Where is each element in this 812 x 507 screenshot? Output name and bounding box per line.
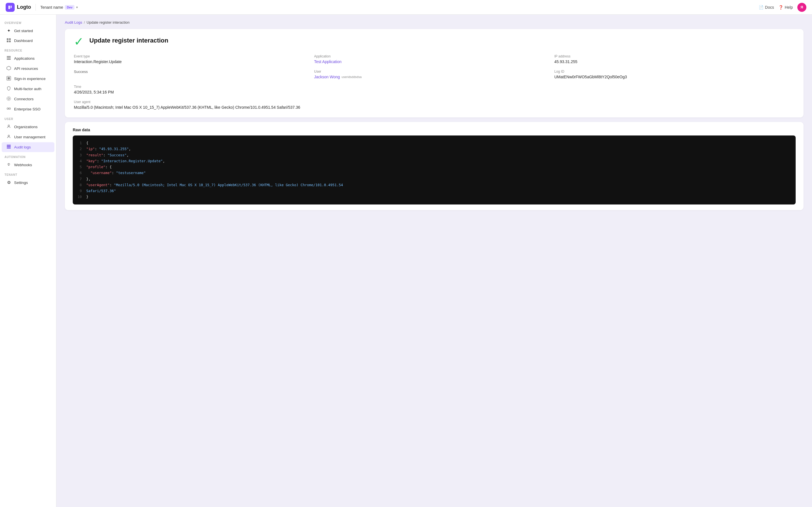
get-started-icon: ✦ — [6, 28, 11, 33]
sidebar-section-tenant: TENANT ⚙ Settings — [0, 171, 56, 187]
user-management-icon — [6, 134, 11, 140]
svg-point-17 — [8, 135, 10, 136]
user-name-link[interactable]: Jackson Wong — [314, 75, 340, 79]
code-line-5: 5 "profile": { — [77, 164, 791, 170]
connectors-icon — [6, 96, 11, 102]
code-line-2: 2 "ip": "45.93.31.255", — [77, 146, 791, 152]
sidebar-item-audit-logs[interactable]: Audit logs — [2, 142, 54, 152]
svg-rect-0 — [6, 3, 15, 12]
api-resources-icon — [6, 66, 11, 71]
log-id-value: UMatENw0rFWO5aGbMl8tY2Qol50eOg3 — [554, 75, 795, 79]
help-button[interactable]: ❓ Help — [778, 5, 793, 10]
topbar: Logto Tenant name Dev ▾ 📄 Docs ❓ Help Я — [0, 0, 812, 15]
event-detail-card: ✓ Update register interaction Event type… — [65, 29, 804, 117]
detail-user: User Jackson Wong useridsddsdsa — [314, 69, 554, 79]
svg-point-12 — [7, 97, 11, 101]
sidebar-label-settings: Settings — [14, 180, 28, 185]
sidebar-item-api-resources[interactable]: API resources — [2, 64, 54, 73]
user-value-area: Jackson Wong useridsddsdsa — [314, 75, 554, 79]
help-label: Help — [784, 5, 793, 10]
sidebar-section-automation: AUTOMATION Webhooks — [0, 153, 56, 170]
detail-event-type: Event type Interaction.Register.Update — [74, 54, 314, 64]
sign-in-experience-icon — [6, 76, 11, 81]
sidebar-item-enterprise-sso[interactable]: Enterprise SSO — [2, 104, 54, 114]
sidebar-label-applications: Applications — [14, 56, 35, 61]
sidebar-item-applications[interactable]: Applications — [2, 54, 54, 63]
svg-rect-3 — [7, 41, 8, 42]
multi-factor-auth-icon — [6, 86, 11, 92]
sidebar-label-dashboard: Dashboard — [14, 39, 33, 43]
svg-rect-13 — [7, 108, 8, 109]
topbar-divider — [36, 4, 36, 11]
sidebar-item-dashboard[interactable]: Dashboard — [2, 36, 54, 46]
sidebar-item-settings[interactable]: ⚙ Settings — [2, 178, 54, 187]
user-agent-value: Mozilla/5.0 (Macintosh; Intel Mac OS X 1… — [74, 105, 795, 110]
event-type-value: Interaction.Register.Update — [74, 59, 314, 64]
help-icon: ❓ — [778, 5, 783, 10]
sidebar-item-get-started[interactable]: ✦ Get started — [2, 26, 54, 36]
svg-point-11 — [8, 98, 10, 100]
event-title: Update register interaction — [89, 37, 168, 44]
docs-icon: 📄 — [759, 5, 763, 10]
sidebar-section-label-user: USER — [0, 115, 56, 122]
sidebar-label-organizations: Organizations — [14, 125, 38, 129]
detail-application: Application Test Application — [314, 54, 554, 64]
detail-ip-address: IP address 45.93.31.255 — [554, 54, 795, 64]
svg-rect-7 — [7, 59, 11, 60]
ip-address-label: IP address — [554, 54, 795, 58]
sidebar-label-api-resources: API resources — [14, 66, 38, 71]
logo-text: Logto — [17, 4, 31, 10]
sidebar-section-label-overview: OVERVIEW — [0, 19, 56, 25]
sidebar-label-multi-factor-auth: Multi-factor auth — [14, 87, 42, 91]
sidebar-item-multi-factor-auth[interactable]: Multi-factor auth — [2, 84, 54, 94]
main-layout: OVERVIEW ✦ Get started Dashboard RESOURC… — [0, 15, 812, 507]
applications-icon — [6, 56, 11, 61]
svg-rect-1 — [7, 38, 8, 40]
code-line-8: 8 "userAgent": "Mozilla/5.0 (Macintosh; … — [77, 182, 791, 188]
svg-rect-4 — [9, 41, 11, 42]
detail-log-id: Log ID UMatENw0rFWO5aGbMl8tY2Qol50eOg3 — [554, 69, 795, 79]
breadcrumb-parent-link[interactable]: Audit Logs — [65, 20, 82, 24]
svg-point-16 — [8, 125, 10, 126]
sidebar-item-organizations[interactable]: Organizations — [2, 122, 54, 132]
sidebar-label-audit-logs: Audit logs — [14, 145, 31, 149]
card-header: ✓ Update register interaction — [74, 37, 795, 48]
svg-rect-10 — [8, 77, 10, 79]
code-line-7: 7 }, — [77, 176, 791, 182]
raw-data-title: Raw data — [73, 128, 796, 132]
event-type-label: Event type — [74, 54, 314, 58]
sidebar-item-connectors[interactable]: Connectors — [2, 94, 54, 104]
logo-area: Logto — [6, 3, 31, 12]
user-avatar-button[interactable]: Я — [797, 3, 806, 12]
detail-user-agent: User agent Mozilla/5.0 (Macintosh; Intel… — [74, 100, 795, 110]
detail-grid: Event type Interaction.Register.Update A… — [74, 54, 795, 110]
sidebar-item-user-management[interactable]: User management — [2, 132, 54, 142]
time-value: 4/26/2023, 5:34:16 PM — [74, 90, 314, 94]
breadcrumb-separator: / — [84, 20, 85, 24]
sidebar-label-connectors: Connectors — [14, 97, 34, 101]
application-link[interactable]: Test Application — [314, 59, 554, 64]
settings-icon: ⚙ — [6, 180, 11, 185]
sidebar-section-label-resource: RESOURCE — [0, 47, 56, 53]
tenant-selector[interactable]: Tenant name Dev ▾ — [40, 5, 78, 10]
sidebar-item-sign-in-experience[interactable]: Sign-in experience — [2, 74, 54, 83]
sidebar-section-label-automation: AUTOMATION — [0, 153, 56, 160]
sidebar-label-get-started: Get started — [14, 29, 33, 33]
code-line-6: 6 "username": "testusername" — [77, 170, 791, 176]
sidebar-section-label-tenant: TENANT — [0, 171, 56, 177]
ip-address-value: 45.93.31.255 — [554, 59, 795, 64]
docs-button[interactable]: 📄 Docs — [759, 5, 774, 10]
sidebar-item-webhooks[interactable]: Webhooks — [2, 160, 54, 170]
svg-rect-6 — [7, 57, 11, 58]
svg-rect-14 — [9, 108, 10, 109]
user-label: User — [314, 69, 554, 73]
chevron-down-icon: ▾ — [76, 5, 78, 9]
svg-marker-8 — [7, 66, 11, 70]
sidebar-section-resource: RESOURCE Applications API resources Sign… — [0, 47, 56, 114]
tenant-badge: Dev — [65, 5, 74, 10]
svg-rect-20 — [7, 148, 11, 149]
code-line-9: 9 Safari/537.36" — [77, 188, 791, 194]
sidebar: OVERVIEW ✦ Get started Dashboard RESOURC… — [0, 15, 56, 507]
status-cell: Success — [74, 69, 314, 79]
code-block: 1 { 2 "ip": "45.93.31.255", 3 "result": … — [73, 135, 796, 205]
